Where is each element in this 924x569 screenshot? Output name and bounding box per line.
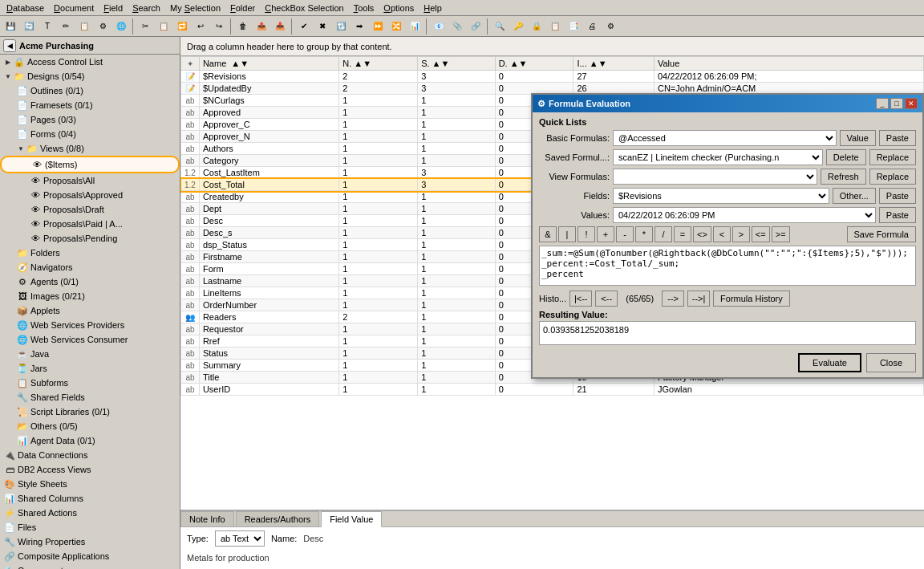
nav-last-btn[interactable]: -->| <box>687 291 710 307</box>
sidebar-item-shared-columns[interactable]: 📊 Shared Columns <box>0 491 180 506</box>
menu-checkbox[interactable]: CheckBox Selection <box>260 2 348 14</box>
tab-field-value[interactable]: Field Value <box>321 511 382 527</box>
sidebar-item-shared-actions[interactable]: ⚡ Shared Actions <box>0 506 180 520</box>
toolbar-btn-21[interactable]: 🔀 <box>387 18 405 35</box>
toolbar-btn-19[interactable]: ➡ <box>351 18 368 35</box>
fields-select[interactable]: $Revisions <box>613 188 829 204</box>
formula-textarea[interactable]: _sum:=@Sum(@Tonumber(@Rightback(@DbColum… <box>539 246 916 286</box>
menu-myselection[interactable]: My Selection <box>165 2 225 14</box>
toolbar-btn-10[interactable]: 🔁 <box>173 18 191 35</box>
toolbar-btn-11[interactable]: ↩ <box>192 18 209 35</box>
sidebar-item-forms[interactable]: 📄 Forms (0/4) <box>0 127 180 141</box>
op-lt[interactable]: < <box>713 226 731 242</box>
sidebar-item-db2[interactable]: 🗃 DB2 Access Views <box>0 462 180 477</box>
paste-button-1[interactable]: Paste <box>879 130 916 146</box>
toolbar-btn-20[interactable]: ⏩ <box>369 18 387 35</box>
menu-options[interactable]: Options <box>379 2 419 14</box>
toolbar-btn-29[interactable]: 📋 <box>546 18 564 35</box>
op-and[interactable]: & <box>539 226 557 242</box>
toolbar-btn-8[interactable]: ✂ <box>136 18 154 35</box>
menu-field[interactable]: Field <box>99 2 128 14</box>
sidebar-item-navigators[interactable]: 🧭 Navigators <box>0 260 180 274</box>
toolbar-btn-4[interactable]: ✏ <box>57 18 75 35</box>
menu-database[interactable]: Database <box>2 2 49 14</box>
sidebar-item-wiring[interactable]: 🔧 Wiring Properties <box>0 534 180 549</box>
op-equal[interactable]: = <box>674 226 691 242</box>
save-formula-button[interactable]: Save Formula <box>847 226 916 242</box>
sidebar-item-pages[interactable]: 📄 Pages (0/3) <box>0 112 180 127</box>
sidebar-item-others[interactable]: 📂 Others (0/5) <box>0 419 180 433</box>
sidebar-item-proposals-draft[interactable]: 👁 Proposals\Draft <box>0 202 180 217</box>
paste-button-2[interactable]: Paste <box>879 188 916 204</box>
sidebar-item-access-control[interactable]: ▶ 🔒 Access Control List <box>0 55 180 69</box>
sidebar-item-jars[interactable]: 🫙 Jars <box>0 361 180 376</box>
basic-formulas-select[interactable]: @Accessed <box>613 130 837 146</box>
menu-document[interactable]: Document <box>49 2 99 14</box>
col-header-icon[interactable]: ✦ <box>181 57 200 71</box>
toolbar-btn-15[interactable]: 📥 <box>271 18 289 35</box>
replace-button-2[interactable]: Replace <box>869 169 916 185</box>
dialog-minimize-btn[interactable]: _ <box>876 98 889 109</box>
sidebar-item-agent-data[interactable]: 📊 Agent Data (0/1) <box>0 433 180 448</box>
toolbar-btn-30[interactable]: 📑 <box>565 18 582 35</box>
sidebar-item-proposals-pending[interactable]: 👁 Proposals\Pending <box>0 231 180 246</box>
tab-note-info[interactable]: Note Info <box>180 511 234 526</box>
paste-button-3[interactable]: Paste <box>879 207 916 223</box>
refresh-button[interactable]: Refresh <box>821 169 866 185</box>
dialog-close-btn[interactable]: ✕ <box>905 98 918 109</box>
toolbar-btn-1[interactable]: 💾 <box>2 18 19 35</box>
sidebar-item-composite-apps[interactable]: 🔗 Composite Applications <box>0 549 180 563</box>
sidebar-item-outlines[interactable]: 📄 Outlines (0/1) <box>0 83 180 98</box>
close-button[interactable]: Close <box>866 353 916 372</box>
op-lte[interactable]: <= <box>752 226 770 242</box>
menu-search[interactable]: Search <box>128 2 165 14</box>
value-button[interactable]: Value <box>840 130 876 146</box>
sidebar-collapse-btn[interactable]: ◀ <box>3 39 16 52</box>
type-select[interactable]: ab Text <box>215 530 265 547</box>
sidebar-item-ws-providers[interactable]: 🌐 Web Services Providers <box>0 318 180 332</box>
op-minus[interactable]: - <box>616 226 634 242</box>
nav-prev-btn[interactable]: <-- <box>595 291 618 307</box>
values-select[interactable]: 04/22/2012 06:26:09 PM <box>613 207 876 223</box>
sidebar-item-agents[interactable]: ⚙ Agents (0/1) <box>0 274 180 289</box>
sidebar-item-designs[interactable]: ▼ 📁 Designs (0/54) <box>0 69 180 83</box>
sidebar-item-ws-consumer[interactable]: 🌐 Web Services Consumer <box>0 332 180 347</box>
toolbar-btn-13[interactable]: 🗑 <box>234 18 252 35</box>
sidebar-item-applets[interactable]: 📦 Applets <box>0 303 180 318</box>
sidebar-item-folders[interactable]: 📁 Folders <box>0 246 180 260</box>
toolbar-btn-32[interactable]: ⚙ <box>602 18 619 35</box>
nav-first-btn[interactable]: |<-- <box>569 291 592 307</box>
col-header-s[interactable]: S. ▲▼ <box>418 57 496 71</box>
table-row[interactable]: ab UserID 1 1 0 21 JGowlan <box>181 384 924 396</box>
sidebar-item-files[interactable]: 📄 Files <box>0 520 180 534</box>
op-not[interactable]: ! <box>578 226 595 242</box>
sidebar-item-data-connections[interactable]: 🔌 Data Connections <box>0 448 180 462</box>
sidebar-item-proposals-paid[interactable]: 👁 Proposals\Paid | A... <box>0 217 180 231</box>
sidebar-item-proposals-all[interactable]: 👁 Proposals\All <box>0 173 180 188</box>
toolbar-btn-25[interactable]: 🔗 <box>467 18 484 35</box>
nav-next-btn[interactable]: --> <box>662 291 684 307</box>
toolbar-btn-17[interactable]: ✖ <box>314 18 331 35</box>
sidebar-item-components[interactable]: 🔩 Components <box>0 563 180 569</box>
toolbar-btn-24[interactable]: 📎 <box>448 18 466 35</box>
view-formulas-select[interactable] <box>613 169 817 185</box>
toolbar-btn-18[interactable]: 🔃 <box>332 18 350 35</box>
tab-readers-authors[interactable]: Readers/Authors <box>236 511 320 526</box>
op-gt[interactable]: > <box>732 226 750 242</box>
toolbar-btn-5[interactable]: 📋 <box>75 18 93 35</box>
sidebar-item-shared-fields[interactable]: 🔧 Shared Fields <box>0 390 180 404</box>
toolbar-btn-28[interactable]: 🔒 <box>528 18 545 35</box>
sidebar-item-java[interactable]: ☕ Java <box>0 347 180 361</box>
sidebar-item-views[interactable]: ▼ 📁 Views (0/8) <box>0 141 180 156</box>
sidebar-item-framesets[interactable]: 📄 Framesets (0/1) <box>0 98 180 112</box>
toolbar-btn-31[interactable]: 🖨 <box>583 18 601 35</box>
sidebar-item-stylesheets[interactable]: 🎨 Style Sheets <box>0 477 180 491</box>
formula-history-btn[interactable]: Formula History <box>713 291 790 307</box>
toolbar-btn-9[interactable]: 📋 <box>155 18 172 35</box>
other-button[interactable]: Other... <box>833 188 876 204</box>
op-gte[interactable]: >= <box>772 226 790 242</box>
sidebar-item-images[interactable]: 🖼 Images (0/21) <box>0 289 180 303</box>
col-header-i[interactable]: I... ▲▼ <box>573 57 654 71</box>
toolbar-btn-27[interactable]: 🔑 <box>509 18 527 35</box>
toolbar-btn-12[interactable]: ↪ <box>210 18 228 35</box>
